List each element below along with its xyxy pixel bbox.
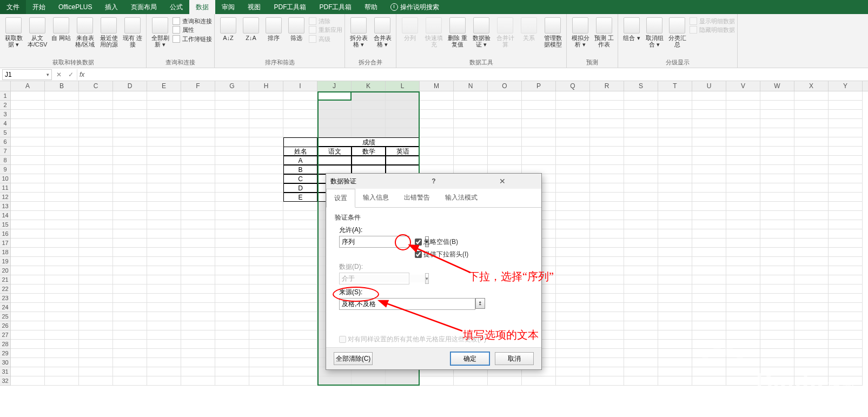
tab-layout[interactable]: 页面布局 — [124, 0, 163, 14]
clear-all-button[interactable]: 全部清除(C) — [334, 352, 373, 365]
cell[interactable] — [181, 340, 215, 349]
tab-pdf2[interactable]: PDF工具箱 — [313, 0, 358, 14]
cell[interactable] — [556, 147, 590, 156]
cell[interactable] — [249, 202, 283, 211]
cancel-button[interactable]: 取消 — [495, 352, 534, 365]
cell[interactable] — [522, 376, 556, 386]
tell-me-search[interactable]: 操作说明搜索 — [384, 0, 446, 14]
cell[interactable] — [829, 312, 863, 321]
cell[interactable] — [590, 284, 624, 294]
cell[interactable] — [45, 340, 79, 349]
cell[interactable] — [726, 101, 760, 110]
cell[interactable] — [147, 376, 181, 386]
cell[interactable] — [794, 284, 829, 294]
cell[interactable] — [386, 91, 420, 101]
cell[interactable]: B — [283, 165, 317, 174]
cell[interactable] — [726, 193, 760, 202]
cell[interactable] — [45, 119, 79, 128]
cell[interactable] — [215, 330, 249, 340]
col-header[interactable]: H — [249, 81, 283, 91]
cell[interactable] — [692, 174, 726, 183]
cell[interactable] — [215, 147, 249, 156]
cell[interactable] — [829, 321, 863, 330]
cell[interactable] — [79, 266, 113, 275]
col-header[interactable]: I — [283, 81, 317, 91]
cell[interactable] — [79, 193, 113, 202]
cell[interactable] — [249, 367, 283, 376]
cell[interactable] — [283, 101, 317, 110]
cell[interactable] — [692, 165, 726, 174]
cell[interactable] — [215, 202, 249, 211]
cell[interactable] — [147, 229, 181, 239]
row-header[interactable]: 27 — [0, 330, 11, 340]
cell[interactable] — [590, 119, 624, 128]
cell[interactable] — [726, 239, 760, 248]
cell[interactable] — [113, 321, 147, 330]
cell[interactable] — [420, 128, 454, 137]
ribbon-button[interactable]: 获取数 据 ▾ — [2, 15, 25, 48]
cell[interactable] — [79, 147, 113, 156]
cell[interactable] — [249, 303, 283, 312]
cell[interactable] — [113, 358, 147, 367]
cell[interactable] — [147, 211, 181, 220]
cell[interactable] — [556, 294, 590, 303]
cell[interactable] — [113, 211, 147, 220]
tab-input-message[interactable]: 输入信息 — [355, 189, 396, 207]
cell[interactable] — [692, 183, 726, 193]
cell[interactable] — [181, 248, 215, 257]
cell[interactable] — [726, 321, 760, 330]
cell[interactable] — [283, 294, 317, 303]
cell[interactable] — [658, 349, 692, 358]
cell[interactable] — [726, 229, 760, 239]
cell[interactable] — [45, 156, 79, 165]
cell[interactable] — [829, 156, 863, 165]
cell[interactable] — [726, 284, 760, 294]
cell[interactable] — [45, 91, 79, 101]
cell[interactable] — [283, 119, 317, 128]
cell[interactable] — [317, 119, 352, 128]
cell[interactable] — [590, 349, 624, 358]
ok-button[interactable]: 确定 — [450, 352, 489, 365]
cell[interactable] — [113, 239, 147, 248]
col-header[interactable]: G — [215, 81, 249, 91]
row-header[interactable]: 23 — [0, 294, 11, 303]
cell[interactable] — [113, 229, 147, 239]
cell[interactable] — [692, 119, 726, 128]
cell[interactable] — [624, 248, 658, 257]
cell[interactable] — [624, 110, 658, 119]
cell[interactable] — [658, 183, 692, 193]
cell[interactable] — [79, 294, 113, 303]
cell[interactable] — [215, 275, 249, 284]
col-header[interactable]: D — [113, 81, 147, 91]
cell[interactable] — [658, 312, 692, 321]
cell[interactable] — [624, 174, 658, 183]
cell[interactable] — [760, 257, 794, 266]
cell[interactable] — [829, 330, 863, 340]
cell[interactable] — [829, 183, 863, 193]
cell[interactable] — [11, 202, 45, 211]
cell[interactable] — [522, 110, 556, 119]
cell[interactable] — [794, 294, 829, 303]
cell[interactable] — [79, 312, 113, 321]
cell[interactable] — [658, 294, 692, 303]
cell[interactable] — [590, 174, 624, 183]
ribbon-button[interactable]: A↓Z — [217, 15, 240, 41]
row-header[interactable]: 19 — [0, 257, 11, 266]
cell[interactable] — [692, 128, 726, 137]
cell[interactable] — [624, 165, 658, 174]
cell[interactable] — [45, 266, 79, 275]
cell[interactable] — [658, 330, 692, 340]
cell[interactable] — [45, 220, 79, 229]
cell[interactable] — [113, 183, 147, 193]
cell[interactable] — [692, 266, 726, 275]
row-header[interactable]: 8 — [0, 156, 11, 165]
cell[interactable] — [79, 284, 113, 294]
cell[interactable] — [11, 101, 45, 110]
cell[interactable] — [113, 312, 147, 321]
cell[interactable]: 姓名 — [283, 147, 317, 156]
cell[interactable] — [45, 303, 79, 312]
cell[interactable] — [590, 211, 624, 220]
cell[interactable] — [624, 340, 658, 349]
cell[interactable] — [488, 376, 522, 386]
cell[interactable] — [794, 183, 829, 193]
